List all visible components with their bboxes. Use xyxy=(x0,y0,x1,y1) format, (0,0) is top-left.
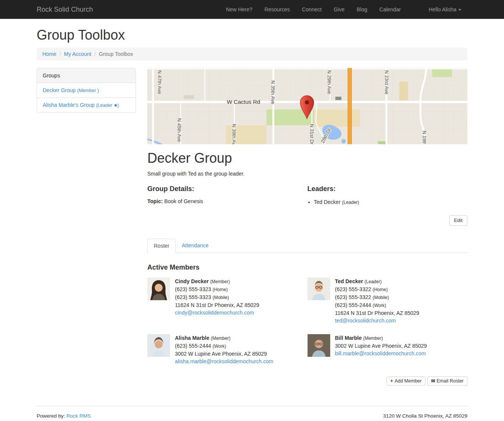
email-roster-label: Email Roster xyxy=(436,378,464,384)
sidebar-item-decker-group[interactable]: Decker Group (Member ) xyxy=(37,83,136,98)
nav-give[interactable]: Give xyxy=(328,0,351,19)
brand-link[interactable]: Rock Solid Church xyxy=(37,6,93,14)
svg-text:N 45th Ave: N 45th Ave xyxy=(176,118,182,142)
member-phone: (623) 555-3323 (Home) xyxy=(175,285,259,293)
member-name: Cindy Decker xyxy=(175,278,209,284)
groups-panel: Groups Decker Group (Member ) Alisha Mar… xyxy=(37,68,136,113)
user-menu[interactable]: Hello Alisha xyxy=(423,0,467,19)
user-greeting: Hello Alisha xyxy=(429,6,456,12)
member-card-bill-marble: Bill Marble (Member) 3002 W Lupine Ave P… xyxy=(308,334,468,365)
topic-label: Topic: xyxy=(147,198,163,204)
member-role: (Leader) xyxy=(365,279,382,284)
group-link-role: (Member ) xyxy=(77,88,99,93)
group-link-role-close: ) xyxy=(117,103,119,108)
member-photo xyxy=(147,334,170,357)
member-email-link[interactable]: ted@rocksolidchurch.com xyxy=(335,318,396,324)
leader-star-icon: ✱ xyxy=(114,103,117,108)
member-address: 3002 W Lupine Ave Phoenix, AZ 85029 xyxy=(175,350,273,358)
powered-by: Powered by: Rock RMS xyxy=(37,413,91,419)
add-member-button[interactable]: +Add Member xyxy=(387,376,425,386)
svg-text:W Cactus Rd: W Cactus Rd xyxy=(227,99,260,105)
group-link-name: Decker Group xyxy=(43,87,76,93)
group-description: Small group with Ted as the group leader… xyxy=(147,170,467,177)
breadcrumb-separator: / xyxy=(56,51,64,57)
group-link-name: Alisha Marble's Group xyxy=(43,102,94,108)
member-role: (Member) xyxy=(210,279,230,284)
caret-down-icon xyxy=(458,9,461,11)
svg-text:N 23rd Ave: N 23rd Ave xyxy=(384,70,390,94)
topic-value: Book of Genesis xyxy=(164,198,203,204)
nav-blog[interactable]: Blog xyxy=(351,0,373,19)
footer-address: 3120 W Cholla St Phoenix, AZ 85029 xyxy=(383,413,467,419)
groups-panel-heading: Groups xyxy=(37,68,136,83)
tab-roster[interactable]: Roster xyxy=(147,239,176,253)
page-footer: Powered by: Rock RMS 3120 W Cholla St Ph… xyxy=(37,406,467,421)
breadcrumb-separator: / xyxy=(91,51,99,57)
page-title: Group Toolbox xyxy=(37,27,467,43)
member-email-link[interactable]: alisha.marble@rocksoliddemochurch.com xyxy=(175,358,273,364)
leader-item: Ted Decker (Leader) xyxy=(314,198,468,206)
top-navbar: Rock Solid Church New Here? Resources Co… xyxy=(0,0,504,19)
member-name: Bill Marble xyxy=(335,335,362,341)
breadcrumb: Home / My Account / Group Toolbox xyxy=(37,48,467,60)
member-card-alisha-marble: Alisha Marble (Member) (623) 555-2444 (W… xyxy=(147,334,308,365)
breadcrumb-my-account[interactable]: My Account xyxy=(64,51,91,57)
active-members-heading: Active Members xyxy=(147,264,467,271)
nav-menu: New Here? Resources Connect Give Blog Ca… xyxy=(220,0,467,19)
member-role: (Member) xyxy=(363,336,383,341)
member-address: 11624 N 31st Dr Phoenix, AZ 85029 xyxy=(175,301,259,309)
member-role: (Member) xyxy=(211,336,230,341)
member-photo xyxy=(308,334,330,357)
member-address: 3002 W Lupine Ave Phoenix, AZ 85029 xyxy=(335,342,427,350)
edit-button[interactable]: Edit xyxy=(449,215,467,226)
svg-text:N 29th Ave: N 29th Ave xyxy=(326,70,332,94)
svg-text:N 35th Ave: N 35th Ave xyxy=(270,80,276,104)
roster-attendance-tabs: Roster Attendance xyxy=(147,239,467,253)
leaders-heading: Leaders: xyxy=(308,185,468,193)
group-details-heading: Group Details: xyxy=(147,185,308,193)
group-location-map[interactable]: W Cactus Rd N 47th Ave N 45th Ave N 39th… xyxy=(147,68,467,144)
member-phone: (623) 555-3322 (Home) xyxy=(335,285,419,293)
plus-icon: + xyxy=(390,378,393,384)
breadcrumb-home[interactable]: Home xyxy=(42,51,56,57)
leader-name: Ted Decker xyxy=(314,199,341,205)
nav-calendar[interactable]: Calendar xyxy=(373,0,407,19)
tab-attendance[interactable]: Attendance xyxy=(176,239,215,253)
add-member-label: Add Member xyxy=(394,378,422,384)
member-phone: (623) 555-3323 (Mobile) xyxy=(175,293,259,301)
email-roster-button[interactable]: ✉Email Roster xyxy=(427,376,467,386)
member-email-link[interactable]: cindy@rocksoliddemochurch.com xyxy=(175,310,254,316)
member-photo xyxy=(147,278,170,300)
svg-text:N 19th Ave: N 19th Ave xyxy=(422,131,427,144)
member-card-ted-decker: Ted Decker (Leader) (623) 555-3322 (Home… xyxy=(308,278,468,324)
member-phone: (623) 555-2444 (Work) xyxy=(175,342,273,350)
group-name-heading: Decker Group xyxy=(147,150,467,166)
svg-text:N 31st Dr: N 31st Dr xyxy=(309,124,315,144)
member-address: 11624 N 31st Dr Phoenix, AZ 85029 xyxy=(335,309,419,317)
nav-resources[interactable]: Resources xyxy=(258,0,296,19)
sidebar-item-alisha-marbles-group[interactable]: Alisha Marble's Group (Leader ✱) xyxy=(37,98,136,112)
member-email-link[interactable]: bill.marble@rocksoliddemochurch.com xyxy=(335,350,426,356)
group-link-role: (Leader xyxy=(96,103,112,108)
member-card-cindy-decker: Cindy Decker (Member) (623) 555-3323 (Ho… xyxy=(147,278,308,324)
nav-new-here[interactable]: New Here? xyxy=(220,0,258,19)
group-topic: Topic: Book of Genesis xyxy=(147,198,308,204)
member-phone: (623) 555-3322 (Mobile) xyxy=(335,293,419,301)
members-grid: Cindy Decker (Member) (623) 555-3323 (Ho… xyxy=(147,278,467,375)
member-name: Alisha Marble xyxy=(175,335,209,341)
member-name: Ted Decker xyxy=(335,278,363,284)
breadcrumb-current: Group Toolbox xyxy=(99,51,133,57)
group-details-section: Group Details: Topic: Book of Genesis xyxy=(147,180,308,206)
svg-text:N 47th Ave: N 47th Ave xyxy=(157,70,162,94)
svg-text:N 39th Ave: N 39th Ave xyxy=(231,124,237,144)
rock-rms-link[interactable]: Rock RMS xyxy=(66,413,91,419)
nav-connect[interactable]: Connect xyxy=(296,0,328,19)
leader-role: (Leader) xyxy=(342,200,359,205)
member-photo xyxy=(308,278,330,300)
member-phone: (623) 555-2444 (Work) xyxy=(335,301,419,309)
groups-sidebar: Groups Decker Group (Member ) Alisha Mar… xyxy=(37,68,136,113)
leaders-section: Leaders: Ted Decker (Leader) xyxy=(308,180,468,206)
envelope-icon: ✉ xyxy=(431,378,435,384)
